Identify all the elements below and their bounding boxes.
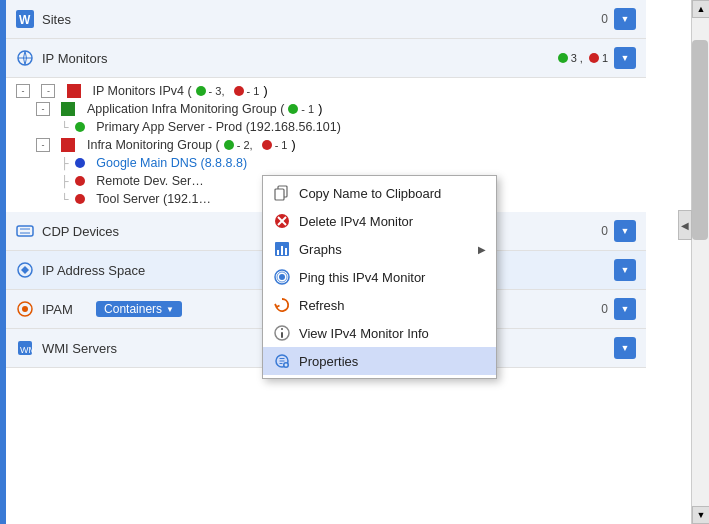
properties-icon <box>273 352 291 370</box>
svg-rect-18 <box>277 250 279 255</box>
svg-text:W: W <box>19 13 31 27</box>
sites-count: 0 <box>588 12 608 26</box>
svg-text:WMI: WMI <box>20 345 34 355</box>
delete-icon <box>273 212 291 230</box>
root-toggle[interactable]: - <box>16 84 30 98</box>
scroll-thumb[interactable] <box>692 40 708 240</box>
group2-row: - Infra Monitoring Group ( - 2, - 1 ) <box>6 136 646 154</box>
refresh-label: Refresh <box>299 298 345 313</box>
delete-label: Delete IPv4 Monitor <box>299 214 413 229</box>
group2-toggle[interactable]: - <box>36 138 50 152</box>
ip-monitors-status: 3, 1 <box>558 52 608 64</box>
ip-monitors-icon <box>16 49 34 67</box>
group1-toggle[interactable]: - <box>36 102 50 116</box>
svg-rect-4 <box>17 226 33 236</box>
context-menu-properties[interactable]: Properties <box>263 347 496 375</box>
ip-space-label: IP Address Space <box>42 263 145 278</box>
ipam-containers-pill[interactable]: Containers <box>96 301 182 317</box>
graphs-label: Graphs <box>299 242 342 257</box>
ipam-icon <box>16 300 34 318</box>
ip-monitors-section[interactable]: IP Monitors 3, 1 <box>6 39 646 78</box>
cdp-label: CDP Devices <box>42 224 119 239</box>
context-menu-graphs[interactable]: Graphs ▶ <box>263 235 496 263</box>
tree-connector2: ├ <box>61 157 69 169</box>
tree-connector: └ <box>61 121 69 133</box>
svg-point-9 <box>22 306 28 312</box>
wmi-icon: WMI <box>16 339 34 357</box>
child2-dot <box>75 158 85 168</box>
group1-row: - Application Infra Monitoring Group ( -… <box>6 100 646 118</box>
root-color-box <box>67 84 81 98</box>
group2-color <box>61 138 75 152</box>
context-menu-delete[interactable]: Delete IPv4 Monitor <box>263 207 496 235</box>
root-toggle2[interactable]: - <box>41 84 55 98</box>
context-menu-view-info[interactable]: View IPv4 Monitor Info <box>263 319 496 347</box>
ip-monitors-dropdown[interactable] <box>614 47 636 69</box>
graphs-arrow: ▶ <box>478 244 486 255</box>
ping-icon <box>273 268 291 286</box>
ipam-label: IPAM <box>42 302 73 317</box>
child4-dot <box>75 194 85 204</box>
ip-monitors-red-count: 1 <box>602 52 608 64</box>
svg-rect-20 <box>285 248 287 255</box>
svg-point-22 <box>279 274 285 280</box>
tree-connector3: ├ <box>61 175 69 187</box>
child3-label[interactable]: Remote Dev. Ser… <box>96 174 203 188</box>
red-dot <box>589 53 599 63</box>
view-info-label: View IPv4 Monitor Info <box>299 326 429 341</box>
sites-icon: W <box>16 10 34 28</box>
cdp-count: 0 <box>588 224 608 238</box>
svg-rect-13 <box>275 189 284 200</box>
properties-label: Properties <box>299 354 358 369</box>
group1-child1: └ Primary App Server - Prod (192.168.56.… <box>6 118 646 136</box>
sites-dropdown[interactable] <box>614 8 636 30</box>
child2-label[interactable]: Google Main DNS (8.8.8.8) <box>96 156 247 170</box>
copy-label: Copy Name to Clipboard <box>299 186 441 201</box>
green-dot <box>558 53 568 63</box>
sidebar-collapse-btn[interactable]: ◀ <box>678 210 692 240</box>
context-menu: Copy Name to Clipboard Delete IPv4 Monit… <box>262 175 497 379</box>
cdp-dropdown[interactable] <box>614 220 636 242</box>
group2-status: - 2, - 1 <box>224 139 288 151</box>
group2-child1: ├ Google Main DNS (8.8.8.8) <box>6 154 646 172</box>
ipam-dropdown[interactable] <box>614 298 636 320</box>
child1-label[interactable]: Primary App Server - Prod (192.168.56.10… <box>96 120 341 134</box>
svg-rect-27 <box>281 332 283 338</box>
tree-connector4: └ <box>61 193 69 205</box>
scroll-up-btn[interactable]: ▲ <box>692 0 709 18</box>
context-menu-ping[interactable]: Ping this IPv4 Monitor <box>263 263 496 291</box>
scrollbar[interactable]: ▲ ▼ ◀ <box>691 0 709 524</box>
ipam-count: 0 <box>588 302 608 316</box>
child4-label[interactable]: Tool Server (192.1… <box>96 192 211 206</box>
svg-rect-19 <box>281 246 283 255</box>
context-menu-copy[interactable]: Copy Name to Clipboard <box>263 179 496 207</box>
view-icon <box>273 324 291 342</box>
wmi-dropdown[interactable] <box>614 337 636 359</box>
graphs-icon <box>273 240 291 258</box>
refresh-icon <box>273 296 291 314</box>
ip-space-dropdown[interactable] <box>614 259 636 281</box>
cdp-icon <box>16 222 34 240</box>
copy-icon <box>273 184 291 202</box>
sites-label: Sites <box>42 12 71 27</box>
wmi-label: WMI Servers <box>42 341 117 356</box>
ip-monitors-green-count: 3 <box>571 52 577 64</box>
svg-point-25 <box>281 328 283 330</box>
root-label: IP Monitors IPv4 ( <box>92 84 191 98</box>
context-menu-refresh[interactable]: Refresh <box>263 291 496 319</box>
root-status: - 3, - 1 <box>196 85 260 97</box>
sites-section[interactable]: W Sites 0 <box>6 0 646 39</box>
group2-label: Infra Monitoring Group ( <box>87 138 220 152</box>
ip-monitors-label: IP Monitors <box>42 51 108 66</box>
tree-root: - - IP Monitors IPv4 ( - 3, - 1 ) <box>6 82 646 100</box>
ping-label: Ping this IPv4 Monitor <box>299 270 425 285</box>
child1-dot <box>75 122 85 132</box>
group1-color <box>61 102 75 116</box>
group1-status: - 1 <box>288 103 314 115</box>
group1-label: Application Infra Monitoring Group ( <box>87 102 284 116</box>
ip-space-icon <box>16 261 34 279</box>
child3-dot <box>75 176 85 186</box>
scroll-down-btn[interactable]: ▼ <box>692 506 709 524</box>
